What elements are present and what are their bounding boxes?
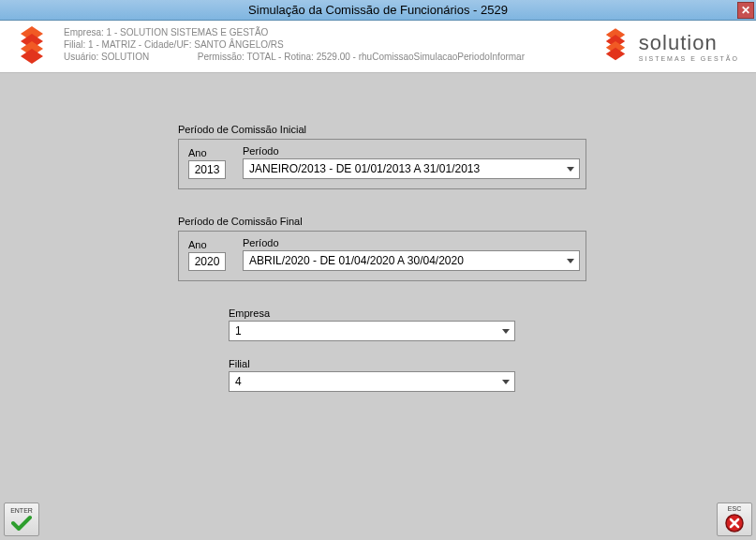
filial-value: 4 xyxy=(235,375,242,388)
empresa-value: 1 xyxy=(235,324,242,338)
header-usuario: Usuário: SOLUTION xyxy=(64,51,195,63)
ano-final-input[interactable] xyxy=(188,252,226,271)
window-title: Simulação da Comissão de Funcionários - … xyxy=(248,3,508,17)
filial-label: Filial xyxy=(229,358,756,369)
periodo-inicial-title: Período de Comissão Inicial xyxy=(178,124,756,135)
esc-button[interactable]: ESC xyxy=(717,502,752,536)
header-permissao: Permissão: TOTAL - Rotina: 2529.00 - rhu… xyxy=(198,52,525,62)
check-icon xyxy=(11,515,32,532)
footer-bar: ENTER ESC xyxy=(4,502,752,536)
periodo-inicial-value: JANEIRO/2013 - DE 01/01/2013 A 31/01/201… xyxy=(249,162,480,175)
filial-select[interactable]: 4 xyxy=(229,371,515,392)
ano-final-label: Ano xyxy=(188,239,226,250)
ano-inicial-label: Ano xyxy=(188,147,226,158)
close-button[interactable]: ✕ xyxy=(737,2,754,19)
enter-label: ENTER xyxy=(10,507,33,514)
periodo-final-title: Período de Comissão Final xyxy=(178,216,756,227)
periodo-inicial-group: Ano Período JANEIRO/2013 - DE 01/01/2013… xyxy=(178,139,586,189)
periodo-final-label: Período xyxy=(243,237,580,248)
enter-button[interactable]: ENTER xyxy=(4,502,39,536)
header-info: Empresa: 1 - SOLUTION SISTEMAS E GESTÃO … xyxy=(64,26,525,63)
periodo-final-value: ABRIL/2020 - DE 01/04/2020 A 30/04/2020 xyxy=(249,254,464,267)
header-bar: Empresa: 1 - SOLUTION SISTEMAS E GESTÃO … xyxy=(0,21,756,73)
svg-marker-3 xyxy=(21,49,43,64)
cancel-icon xyxy=(724,513,745,533)
periodo-inicial-select[interactable]: JANEIRO/2013 - DE 01/01/2013 A 31/01/201… xyxy=(243,158,580,179)
empresa-select[interactable]: 1 xyxy=(229,321,515,341)
svg-marker-7 xyxy=(606,48,625,61)
periodo-final-select[interactable]: ABRIL/2020 - DE 01/04/2020 A 30/04/2020 xyxy=(243,250,580,271)
brand: solution SISTEMAS E GESTÃO xyxy=(600,28,739,64)
title-bar: Simulação da Comissão de Funcionários - … xyxy=(0,0,756,21)
ano-inicial-input[interactable] xyxy=(188,160,226,179)
periodo-final-group: Ano Período ABRIL/2020 - DE 01/04/2020 A… xyxy=(178,231,586,281)
header-empresa: Empresa: 1 - SOLUTION SISTEMAS E GESTÃO xyxy=(64,26,525,38)
brand-name: solution xyxy=(639,31,739,55)
brand-logo-icon xyxy=(600,28,631,64)
periodo-inicial-label: Período xyxy=(243,145,580,157)
esc-label: ESC xyxy=(728,505,741,512)
header-filial: Filial: 1 - MATRIZ - Cidade/UF: SANTO ÂN… xyxy=(64,38,525,51)
empresa-label: Empresa xyxy=(229,308,756,319)
brand-sub: SISTEMAS E GESTÃO xyxy=(639,55,739,62)
app-logo-icon xyxy=(13,26,51,68)
content-area: Período de Comissão Inicial Ano Período … xyxy=(0,73,756,392)
